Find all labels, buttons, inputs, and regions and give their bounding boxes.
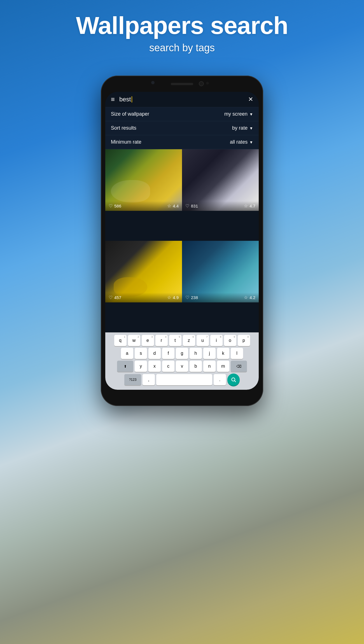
key-123[interactable]: ?123 <box>124 374 141 385</box>
key-a[interactable]: a <box>121 348 133 359</box>
grid-stats-right-3: ☆ 4.9 <box>167 295 179 300</box>
key-q-num: 1 <box>124 335 125 338</box>
search-bar: ≡ best ✕ <box>105 92 259 107</box>
header-area: Wallpapers search search by tags <box>0 11 364 54</box>
grid-item-2[interactable]: ♡ 831 ☆ 4.7 <box>182 149 259 211</box>
rate-filter-value[interactable]: all rates ▼ <box>230 139 253 145</box>
sort-filter-label: Sort results <box>111 125 136 131</box>
phone-dot <box>206 82 209 85</box>
hamburger-icon[interactable]: ≡ <box>111 96 115 103</box>
size-filter-value[interactable]: my screen ▼ <box>224 111 253 117</box>
grid-stats-left-4: ♡ 238 <box>185 295 198 300</box>
key-z[interactable]: 6z <box>183 335 195 346</box>
rate-filter-selected: all rates <box>230 139 248 145</box>
key-y[interactable]: y <box>135 361 147 372</box>
keyboard: 1q 2w 3e 4r 5t 6z 7u 8i 9o 0p a s <box>105 332 259 390</box>
heart-icon-1[interactable]: ♡ <box>109 203 113 209</box>
key-u[interactable]: 7u <box>197 335 209 346</box>
key-u-num: 7 <box>206 335 207 338</box>
key-s[interactable]: s <box>135 348 147 359</box>
key-e[interactable]: 3e <box>142 335 154 346</box>
star-icon-3[interactable]: ☆ <box>167 295 171 300</box>
search-text: best <box>119 96 131 103</box>
key-p-num: 0 <box>247 335 249 338</box>
key-f[interactable]: f <box>162 348 174 359</box>
grid-item-3[interactable]: ♡ 457 ☆ 4.9 <box>105 241 182 302</box>
search-key-icon <box>231 377 236 382</box>
grid-stats-left-3: ♡ 457 <box>109 295 121 300</box>
key-w[interactable]: 2w <box>128 335 140 346</box>
rate-filter-row[interactable]: Minimum rate all rates ▼ <box>105 135 259 149</box>
key-m[interactable]: m <box>217 361 229 372</box>
key-comma[interactable]: , <box>143 374 155 385</box>
key-q[interactable]: 1q <box>114 335 127 346</box>
rating-1: 4.4 <box>173 204 179 208</box>
keyboard-row-1: 1q 2w 3e 4r 5t 6z 7u 8i 9o 0p <box>106 335 258 346</box>
size-filter-row[interactable]: Size of wallpaper my screen ▼ <box>105 107 259 121</box>
key-n[interactable]: n <box>203 361 216 372</box>
phone-camera <box>199 81 204 86</box>
star-icon-1[interactable]: ☆ <box>167 203 171 209</box>
key-j[interactable]: j <box>203 348 216 359</box>
key-k[interactable]: k <box>217 348 229 359</box>
key-t[interactable]: 5t <box>169 335 181 346</box>
grid-stats-left-1: ♡ 586 <box>109 203 121 209</box>
key-t-num: 5 <box>179 335 180 338</box>
keyboard-row-3: ⬆ y x c v b n m ⌫ <box>106 361 258 372</box>
grid-overlay-3: ♡ 457 ☆ 4.9 <box>105 293 182 302</box>
grid-stats-right-2: ☆ 4.7 <box>244 203 255 209</box>
grid-overlay-1: ♡ 586 ☆ 4.4 <box>105 201 182 211</box>
keyboard-row-4: ?123 , . <box>106 374 258 386</box>
key-period[interactable]: . <box>214 374 226 385</box>
phone-body: ≡ best ✕ Size of wallpaper my screen ▼ <box>101 76 263 406</box>
heart-icon-2[interactable]: ♡ <box>185 203 189 209</box>
search-key[interactable] <box>227 374 240 386</box>
size-dropdown-arrow: ▼ <box>249 112 253 116</box>
likes-2: 831 <box>191 204 198 208</box>
key-w-num: 2 <box>137 335 139 338</box>
key-p[interactable]: 0p <box>238 335 250 346</box>
star-icon-4[interactable]: ☆ <box>244 295 248 300</box>
rate-filter-label: Minimum rate <box>111 139 141 145</box>
grid-stats-right-1: ☆ 4.4 <box>167 203 179 209</box>
key-space[interactable] <box>156 374 212 385</box>
key-z-num: 6 <box>192 335 194 338</box>
sort-filter-row[interactable]: Sort results by rate ▼ <box>105 121 259 135</box>
grid-item-4[interactable]: ♡ 238 ☆ 4.2 <box>182 241 259 302</box>
keyboard-row-2: a s d f g h j k l <box>106 348 258 359</box>
rating-2: 4.7 <box>249 204 255 208</box>
image-grid: ♡ 586 ☆ 4.4 ♡ <box>105 149 259 332</box>
front-camera <box>151 81 155 84</box>
key-o-num: 9 <box>234 335 235 338</box>
grid-overlay-4: ♡ 238 ☆ 4.2 <box>182 293 259 302</box>
key-v[interactable]: v <box>176 361 188 372</box>
sort-dropdown-arrow: ▼ <box>249 126 253 130</box>
key-c[interactable]: c <box>162 361 174 372</box>
rate-dropdown-arrow: ▼ <box>249 140 253 144</box>
key-b[interactable]: b <box>190 361 202 372</box>
sort-filter-value[interactable]: by rate ▼ <box>232 125 253 131</box>
backspace-key[interactable]: ⌫ <box>231 361 247 372</box>
app-title: Wallpapers search <box>0 11 364 40</box>
grid-stats-left-2: ♡ 831 <box>185 203 198 209</box>
grid-item-1[interactable]: ♡ 586 ☆ 4.4 <box>105 149 182 211</box>
rating-3: 4.9 <box>173 295 179 300</box>
key-x[interactable]: x <box>148 361 161 372</box>
svg-line-1 <box>235 381 236 382</box>
search-input-area[interactable]: best <box>119 96 248 103</box>
sort-filter-selected: by rate <box>232 125 248 131</box>
key-i[interactable]: 8i <box>210 335 223 346</box>
key-o[interactable]: 9o <box>224 335 236 346</box>
shift-key[interactable]: ⬆ <box>117 361 133 372</box>
close-icon[interactable]: ✕ <box>248 96 253 103</box>
app-subtitle: search by tags <box>0 42 364 54</box>
key-h[interactable]: h <box>190 348 202 359</box>
key-r[interactable]: 4r <box>155 335 168 346</box>
rating-4: 4.2 <box>249 295 255 300</box>
heart-icon-3[interactable]: ♡ <box>109 295 113 300</box>
heart-icon-4[interactable]: ♡ <box>185 295 189 300</box>
key-d[interactable]: d <box>148 348 161 359</box>
key-g[interactable]: g <box>176 348 188 359</box>
star-icon-2[interactable]: ☆ <box>244 203 248 209</box>
key-l[interactable]: l <box>231 348 243 359</box>
